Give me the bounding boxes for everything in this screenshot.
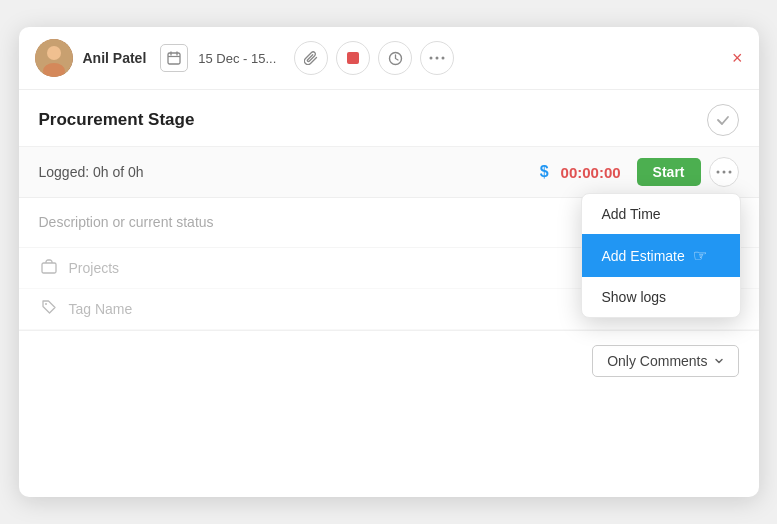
svg-point-9	[436, 57, 439, 60]
svg-point-10	[442, 57, 445, 60]
svg-point-8	[430, 57, 433, 60]
complete-button[interactable]	[707, 104, 739, 136]
projects-label: Projects	[69, 260, 120, 276]
svg-point-13	[728, 171, 731, 174]
timer-display: 00:00:00	[561, 164, 621, 181]
only-comments-button[interactable]: Only Comments	[592, 345, 738, 377]
close-button[interactable]: ×	[732, 49, 743, 67]
cursor-icon: ☞	[693, 246, 707, 265]
stop-button[interactable]	[336, 41, 370, 75]
projects-icon	[39, 258, 59, 278]
avatar	[35, 39, 73, 77]
more-time-button[interactable]	[709, 157, 739, 187]
only-comments-label: Only Comments	[607, 353, 707, 369]
svg-rect-3	[168, 53, 180, 64]
description-placeholder: Description or current status	[39, 214, 214, 230]
svg-rect-14	[42, 263, 56, 273]
time-row: Logged: 0h of 0h $ 00:00:00 Start Add Ti…	[19, 147, 759, 198]
add-time-option[interactable]: Add Time	[582, 194, 740, 234]
svg-point-1	[47, 46, 61, 60]
dropdown-menu: Add Time Add Estimate ☞ Show logs	[581, 193, 741, 318]
logged-label: Logged: 0h of 0h	[39, 164, 532, 180]
show-logs-option[interactable]: Show logs	[582, 277, 740, 317]
task-card: Anil Patel 15 Dec - 15...	[19, 27, 759, 497]
stage-title: Procurement Stage	[39, 110, 195, 130]
svg-point-11	[716, 171, 719, 174]
more-header-button[interactable]	[420, 41, 454, 75]
stop-icon	[347, 52, 359, 64]
attach-button[interactable]	[294, 41, 328, 75]
stage-section: Procurement Stage	[19, 90, 759, 147]
header-actions	[294, 41, 454, 75]
tag-icon	[39, 299, 59, 319]
refresh-button[interactable]	[378, 41, 412, 75]
svg-point-12	[722, 171, 725, 174]
card-header: Anil Patel 15 Dec - 15...	[19, 27, 759, 90]
tag-label: Tag Name	[69, 301, 133, 317]
date-range: 15 Dec - 15...	[160, 44, 276, 72]
card-footer: Only Comments	[19, 330, 759, 391]
svg-point-15	[45, 303, 47, 305]
chevron-down-icon	[714, 356, 724, 366]
user-name: Anil Patel	[83, 50, 147, 66]
add-estimate-option[interactable]: Add Estimate ☞	[582, 234, 740, 277]
start-button[interactable]: Start	[637, 158, 701, 186]
dollar-icon: $	[540, 163, 549, 181]
calendar-icon	[160, 44, 188, 72]
